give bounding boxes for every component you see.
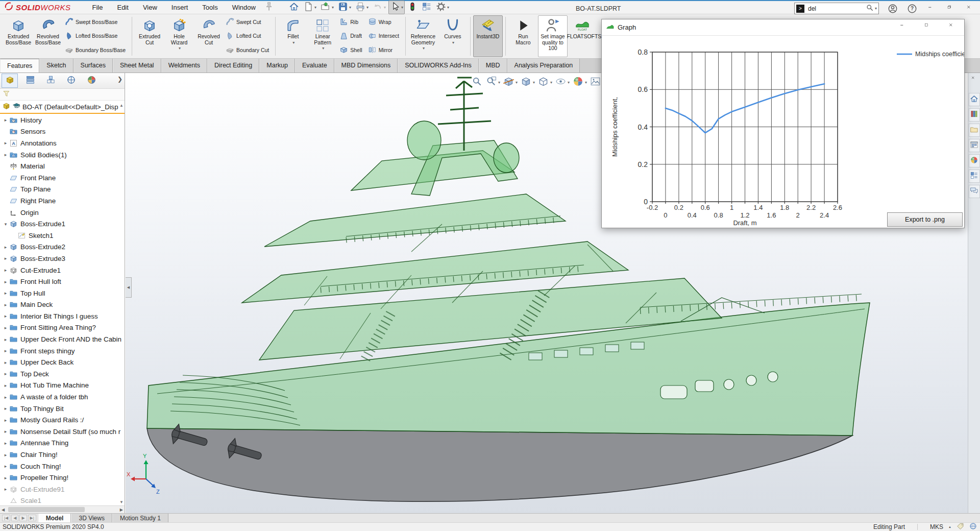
- ribbon-curves-button[interactable]: Curves▾: [438, 15, 468, 57]
- tab-direct-editing[interactable]: Direct Editing: [207, 59, 259, 73]
- ribbon-run-macro-button[interactable]: RunMacro: [508, 15, 538, 57]
- expand-arrow-icon[interactable]: ▸: [2, 256, 9, 261]
- dropdown-caret-icon[interactable]: ▾: [322, 46, 324, 51]
- tab-surfaces[interactable]: Surfaces: [74, 59, 113, 73]
- graph-window-titlebar[interactable]: Graph: [602, 19, 964, 36]
- view-palette-button[interactable]: [969, 139, 980, 152]
- expand-arrow-icon[interactable]: ▾: [2, 222, 9, 227]
- appearances-button[interactable]: [969, 154, 980, 167]
- tree-item-top-deck[interactable]: ▸Top Deck: [0, 368, 125, 380]
- expand-arrow-icon[interactable]: ▸: [2, 371, 9, 376]
- print-button[interactable]: ▾: [354, 1, 370, 14]
- doc-tab-motion-study-1[interactable]: Motion Study 1: [112, 514, 168, 522]
- home-button[interactable]: [287, 1, 301, 14]
- undo-button[interactable]: ▾: [371, 1, 387, 14]
- expand-arrow-icon[interactable]: ▸: [2, 152, 9, 157]
- dropdown-caret-icon[interactable]: ▾: [447, 5, 449, 10]
- units-caret-icon[interactable]: ▲: [948, 525, 951, 528]
- tree-item-a-waste-of-a-folder-tbh[interactable]: ▸A waste of a folder tbh: [0, 391, 125, 403]
- user-account-button[interactable]: [887, 3, 898, 14]
- rebuild-traffic-light-button[interactable]: [406, 1, 419, 14]
- tree-item-sketch1[interactable]: Sketch1: [0, 230, 125, 242]
- ribbon-rib-button[interactable]: Rib: [338, 17, 364, 28]
- panel-expand-icon[interactable]: ❯: [117, 76, 122, 83]
- scrollbar-thumb[interactable]: [8, 507, 85, 512]
- tab-nav-next-icon[interactable]: ▶: [19, 515, 27, 521]
- display-style-button[interactable]: ▾: [537, 75, 553, 89]
- expand-arrow-icon[interactable]: ▸: [2, 117, 9, 123]
- menu-edit[interactable]: Edit: [110, 2, 135, 13]
- tree-item-front-plane[interactable]: Front Plane: [0, 172, 125, 184]
- dropdown-caret-icon[interactable]: ▾: [423, 46, 425, 51]
- expand-arrow-icon[interactable]: ▸: [2, 406, 9, 411]
- tree-item-mostly-guard-rails[interactable]: ▸Mostly Guard Rails :/: [0, 414, 125, 426]
- help-button[interactable]: ?: [906, 3, 918, 14]
- expand-arrow-icon[interactable]: ▸: [2, 302, 9, 307]
- tree-item-top-plane[interactable]: Top Plane: [0, 184, 125, 196]
- expand-arrow-icon[interactable]: ▸: [2, 475, 9, 480]
- fm-property-tab[interactable]: [22, 74, 38, 88]
- expand-arrow-icon[interactable]: ▸: [2, 140, 9, 146]
- fm-part-tab[interactable]: [2, 74, 18, 88]
- ribbon-lofted-cut-button[interactable]: Lofted Cut: [225, 31, 272, 42]
- dropdown-caret-icon[interactable]: ▾: [179, 46, 181, 51]
- options-gear-button[interactable]: ▾: [434, 1, 451, 14]
- ribbon-floatsoft-button[interactable]: FLOATFLOATSOFT: [568, 15, 597, 57]
- tree-item-solid-bodies-1[interactable]: ▸Solid Bodies(1): [0, 149, 125, 161]
- hide-show-button[interactable]: ▾: [554, 75, 570, 89]
- tree-item-boss-extrude2[interactable]: ▸Boss-Extrude2: [0, 242, 125, 253]
- menu-file[interactable]: File: [85, 2, 110, 13]
- forum-button[interactable]: [969, 185, 980, 198]
- tab-solidworks-add-ins[interactable]: SOLIDWORKS Add-Ins: [398, 59, 479, 73]
- dropdown-caret-icon[interactable]: ▾: [452, 40, 454, 45]
- ribbon-revolved-boss-base-button[interactable]: RevolvedBoss/Base: [33, 15, 63, 57]
- expand-arrow-icon[interactable]: ▸: [2, 360, 9, 365]
- ribbon-set-image-quality-to-100-button[interactable]: Set imagequality to100: [538, 15, 568, 57]
- tab-nav-first-icon[interactable]: |◀: [2, 515, 10, 521]
- tree-item-cut-extrude91[interactable]: ▸Cut-Extrude91: [0, 484, 125, 495]
- dropdown-caret-icon[interactable]: ▾: [314, 5, 316, 10]
- expand-arrow-icon[interactable]: ▸: [2, 279, 9, 284]
- expand-arrow-icon[interactable]: ▸: [2, 313, 9, 319]
- scroll-right-icon[interactable]: ▶: [120, 508, 123, 512]
- task-pane-close-icon[interactable]: [971, 76, 977, 84]
- tab-mbd[interactable]: MBD: [479, 59, 507, 73]
- ribbon-extruded-boss-base-button[interactable]: ExtrudedBoss/Base: [4, 15, 33, 57]
- expand-arrow-icon[interactable]: ▸: [2, 395, 9, 400]
- ribbon-lofted-boss-base-button[interactable]: Lofted Boss/Base: [64, 31, 128, 42]
- export-png-button[interactable]: Export to .png: [887, 212, 963, 227]
- tab-nav-prev-icon[interactable]: ◀: [11, 515, 18, 521]
- ribbon-shell-button[interactable]: Shell: [338, 45, 364, 56]
- ribbon-boundary-boss-base-button[interactable]: Boundary Boss/Base: [64, 45, 128, 56]
- tree-item-propeller-thing[interactable]: ▸Propeller Thing!: [0, 472, 125, 484]
- tree-item-boss-extrude3[interactable]: ▸Boss-Extrude3: [0, 253, 125, 264]
- dropdown-caret-icon[interactable]: ▾: [498, 80, 500, 85]
- tab-analysis-preparation[interactable]: Analysis Preparation: [507, 59, 580, 73]
- display-settings-button[interactable]: [420, 1, 433, 14]
- design-library-button[interactable]: [969, 108, 980, 122]
- dropdown-caret-icon[interactable]: ▾: [349, 5, 351, 10]
- ribbon-fillet-button[interactable]: Fillet▾: [278, 15, 308, 57]
- tree-scroll-down-icon[interactable]: ▼: [119, 500, 124, 504]
- tree-item-main-deck[interactable]: ▸Main Deck: [0, 299, 125, 311]
- graph-window[interactable]: Graph -0.200.20.40.60.811.21.41.61.822.2…: [601, 19, 965, 228]
- doc-tab-3d-views[interactable]: 3D Views: [71, 514, 112, 522]
- menu-insert[interactable]: Insert: [164, 2, 195, 13]
- expand-arrow-icon[interactable]: ▸: [2, 337, 9, 342]
- ribbon-mirror-button[interactable]: Mirror: [367, 45, 402, 56]
- tree-item-front-steps-thingy[interactable]: ▸Front steps thingy: [0, 345, 125, 357]
- ribbon-extruded-cut-button[interactable]: ExtrudedCut: [135, 15, 164, 57]
- units-selector[interactable]: MKS: [930, 523, 943, 530]
- tree-item-history[interactable]: ▸History: [0, 114, 125, 126]
- expand-arrow-icon[interactable]: ▸: [2, 418, 9, 423]
- ribbon-intersect-button[interactable]: Intersect: [367, 31, 402, 42]
- zoom-area-button[interactable]: ▾: [485, 75, 501, 89]
- dropdown-caret-icon[interactable]: ▾: [550, 80, 552, 85]
- panel-collapse-handle[interactable]: ◀: [126, 277, 132, 298]
- tree-item-scale1[interactable]: Scale1: [0, 495, 125, 505]
- tab-mbd-dimensions[interactable]: MBD Dimensions: [334, 59, 398, 73]
- tree-filter-row[interactable]: [0, 89, 125, 101]
- tree-item-upper-deck-back[interactable]: ▸Upper Deck Back: [0, 356, 125, 368]
- tab-nav-last-icon[interactable]: ▶|: [28, 515, 36, 521]
- dropdown-caret-icon[interactable]: ▾: [366, 5, 369, 10]
